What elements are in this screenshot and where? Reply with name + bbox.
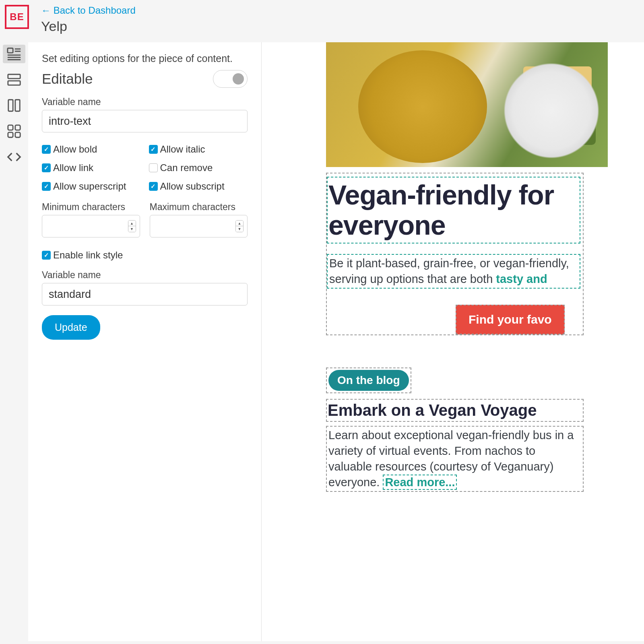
blog-section: On the blog Embark on a Vegan Voyage Lea…: [326, 367, 644, 492]
allow-italic-label: Allow italic: [160, 144, 205, 155]
svg-rect-10: [8, 125, 13, 130]
allow-bold-label: Allow bold: [53, 144, 97, 155]
enable-link-style-checkbox[interactable]: ✓Enable link style: [42, 250, 248, 261]
editable-label: Editable: [42, 71, 93, 87]
blog-badge-wrap: On the blog: [326, 367, 411, 393]
blog-title[interactable]: Embark on a Vegan Voyage: [326, 399, 584, 422]
can-remove-label: Can remove: [160, 162, 213, 173]
svg-rect-11: [15, 125, 20, 130]
svg-rect-9: [15, 100, 20, 111]
content-block: Vegan-friendly for everyone Be it plant-…: [326, 173, 584, 335]
max-step-down[interactable]: ▼: [236, 226, 243, 232]
back-to-dashboard-link[interactable]: ← Back to Dashboard: [41, 5, 136, 16]
logo: BE: [5, 5, 29, 29]
read-more-link[interactable]: Read more...: [383, 475, 457, 490]
intro-highlight: tasty and: [496, 272, 547, 285]
top-header: BE ← Back to Dashboard Yelp: [0, 0, 644, 42]
variable-name-input[interactable]: [42, 110, 248, 132]
blog-badge[interactable]: On the blog: [328, 370, 409, 391]
preview-heading[interactable]: Vegan-friendly for everyone: [327, 177, 580, 244]
svg-rect-13: [15, 132, 20, 137]
toggle-knob: [233, 73, 244, 85]
hero-image: [326, 42, 608, 167]
max-chars-label: Maximum characters: [150, 202, 248, 213]
enable-link-style-label: Enable link style: [53, 250, 123, 261]
preview-intro-text[interactable]: Be it plant-based, grain-free, or vegan-…: [327, 254, 580, 289]
min-step-up[interactable]: ▲: [128, 221, 136, 226]
rail-code-icon[interactable]: [3, 148, 25, 166]
svg-rect-6: [8, 74, 20, 78]
min-chars-label: Minimum characters: [42, 202, 140, 213]
variable-name-label-2: Variable name: [42, 270, 248, 281]
cta-button[interactable]: Find your favo: [456, 305, 565, 334]
max-step-up[interactable]: ▲: [236, 221, 243, 226]
allow-link-label: Allow link: [53, 162, 93, 173]
variable-name-input-2[interactable]: [42, 283, 248, 305]
allow-bold-checkbox[interactable]: ✓Allow bold: [42, 144, 141, 155]
allow-superscript-label: Allow superscript: [53, 181, 126, 192]
panel-description: Set editing options for the piece of con…: [42, 53, 248, 64]
blog-body[interactable]: Learn about exceptional vegan-friendly b…: [326, 426, 584, 492]
min-chars-input[interactable]: [42, 215, 140, 237]
svg-rect-8: [8, 100, 13, 111]
svg-rect-0: [8, 48, 13, 53]
rail-layout-grid-icon[interactable]: [3, 122, 25, 140]
min-step-down[interactable]: ▼: [128, 226, 136, 232]
svg-rect-7: [8, 81, 20, 85]
allow-subscript-checkbox[interactable]: ✓Allow subscript: [149, 181, 248, 192]
rail-layout-text-icon[interactable]: [3, 45, 25, 63]
allow-link-checkbox[interactable]: ✓Allow link: [42, 162, 141, 173]
allow-italic-checkbox[interactable]: ✓Allow italic: [149, 144, 248, 155]
allow-superscript-checkbox[interactable]: ✓Allow superscript: [42, 181, 141, 192]
variable-name-label: Variable name: [42, 97, 248, 107]
svg-rect-12: [8, 132, 13, 137]
page-title: Yelp: [41, 19, 136, 34]
can-remove-checkbox[interactable]: Can remove: [149, 162, 248, 173]
allow-subscript-label: Allow subscript: [160, 181, 225, 192]
preview-pane: Vegan-friendly for everyone Be it plant-…: [262, 42, 644, 641]
editable-toggle[interactable]: [213, 70, 248, 88]
options-panel: Set editing options for the piece of con…: [28, 42, 262, 641]
icon-rail: [0, 42, 28, 641]
rail-layout-rows-icon[interactable]: [3, 70, 25, 89]
max-chars-input[interactable]: [150, 215, 248, 237]
rail-layout-columns-icon[interactable]: [3, 96, 25, 115]
update-button[interactable]: Update: [42, 315, 100, 340]
